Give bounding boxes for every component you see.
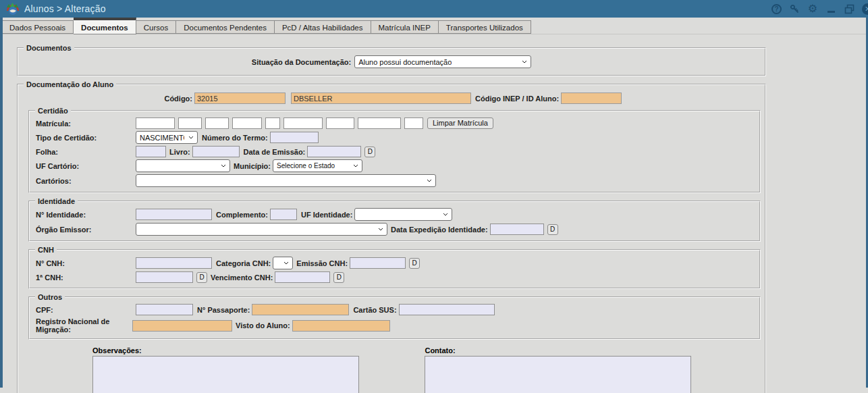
situacao-documentacao-label: Situação da Documentação:	[252, 58, 351, 66]
key-icon[interactable]	[789, 3, 800, 14]
passaporte-label: N° Passaporte:	[197, 306, 250, 314]
matricula-part-input[interactable]	[358, 117, 401, 129]
titlebar: Alunos > Alteração ? ⚙ ✕	[0, 0, 868, 18]
tab-transportes-utilizados[interactable]: Transportes Utilizados	[439, 20, 531, 34]
categoria-cnh-select[interactable]	[273, 257, 293, 269]
uf-identidade-label: UF Identidade:	[301, 211, 352, 219]
observacoes-block: Observações:	[92, 346, 359, 393]
nome-aluno-input[interactable]	[291, 93, 471, 104]
tabstrip: Dados Pessoais Documentos Cursos Documen…	[0, 18, 868, 34]
chevron-down-icon	[378, 228, 383, 231]
n-cnh-input[interactable]	[136, 257, 212, 269]
minimize-icon[interactable]	[825, 3, 836, 14]
municipio-label: Município:	[234, 162, 271, 170]
identidade-legend: Identidade	[35, 197, 78, 205]
matricula-part-input[interactable]	[265, 117, 280, 129]
folha-input[interactable]	[136, 146, 166, 157]
primeira-cnh-label: 1ª CNH:	[30, 273, 136, 282]
data-expedicao-calendar-button[interactable]: D	[547, 224, 558, 235]
titlebar-icons: ? ⚙ ✕	[771, 0, 868, 18]
chevron-down-icon	[353, 164, 358, 167]
uf-identidade-select[interactable]	[354, 208, 452, 221]
orgao-emissor-label: Órgão Emissor:	[30, 226, 136, 234]
vencimento-cnh-calendar-button[interactable]: D	[333, 272, 344, 283]
tab-documentos[interactable]: Documentos	[74, 18, 136, 34]
data-emissao-input[interactable]	[307, 146, 361, 157]
numero-termo-input[interactable]	[270, 132, 319, 143]
primeira-cnh-calendar-button[interactable]: D	[196, 272, 207, 283]
limpar-matricula-button[interactable]: Limpar Matrícula	[427, 117, 493, 129]
complemento-input[interactable]	[270, 209, 297, 220]
documentos-fieldset: Documentos Situação da Documentação: Alu…	[17, 44, 766, 76]
tipo-certidao-select[interactable]: NASCIMENTO	[136, 131, 198, 144]
outros-fieldset: Outros CPF: N° Passaporte: Cartão SUS: R…	[28, 293, 761, 340]
cnh-fieldset: CNH N° CNH: Categoria CNH: Emissão CNH: …	[28, 246, 761, 289]
help-icon[interactable]: ?	[771, 4, 782, 14]
identidade-fieldset: Identidade N° Identidade: Complemento: U…	[28, 197, 761, 242]
outros-legend: Outros	[35, 293, 65, 301]
tab-cursos[interactable]: Cursos	[136, 20, 176, 34]
codigo-inep-input[interactable]	[561, 93, 622, 104]
codigo-inep-label: Código INEP / ID Aluno:	[475, 95, 559, 103]
codigo-label: Código:	[18, 95, 192, 103]
categoria-cnh-label: Categoria CNH:	[216, 259, 271, 267]
matricula-part-input[interactable]	[283, 117, 323, 129]
emissao-cnh-label: Emissão CNH:	[296, 259, 348, 267]
uf-cartorio-label: UF Cartório:	[30, 162, 136, 170]
matricula-part-input[interactable]	[326, 117, 354, 129]
cpf-label: CPF:	[30, 306, 136, 314]
data-emissao-calendar-button[interactable]: D	[364, 147, 375, 157]
complemento-label: Complemento:	[216, 211, 268, 219]
tab-matricula-inep[interactable]: Matrícula INEP	[371, 20, 439, 34]
data-expedicao-label: Data Expedição Identidade:	[391, 226, 488, 234]
contato-label: Contato:	[425, 346, 691, 355]
primeira-cnh-input[interactable]	[136, 271, 193, 283]
chevron-down-icon	[221, 164, 226, 167]
visto-aluno-label: Visto do Aluno:	[236, 321, 290, 330]
vencimento-cnh-input[interactable]	[275, 271, 330, 283]
contato-textarea[interactable]	[425, 356, 691, 393]
municipio-select[interactable]: Selecione o Estado	[273, 159, 362, 172]
cpf-input[interactable]	[136, 304, 193, 315]
gear-icon[interactable]: ⚙	[807, 3, 818, 14]
situacao-documentacao-select[interactable]: Aluno possui documentação	[354, 55, 531, 68]
registro-nacional-label: Registro Nacional de Migração:	[30, 317, 132, 334]
tab-dados-pessoais[interactable]: Dados Pessoais	[1, 20, 74, 34]
emissao-cnh-calendar-button[interactable]: D	[409, 258, 420, 269]
close-icon[interactable]: ✕	[862, 3, 868, 15]
cnh-legend: CNH	[35, 246, 57, 254]
passaporte-input[interactable]	[252, 304, 349, 315]
uf-cartorio-select[interactable]	[136, 159, 230, 172]
data-expedicao-input[interactable]	[490, 224, 544, 235]
n-identidade-input[interactable]	[136, 209, 212, 220]
codigo-input[interactable]	[194, 93, 286, 104]
matricula-label: Matrícula:	[30, 120, 136, 128]
certidao-fieldset: Certidão Matrícula: Limpar Matrícula Tip…	[28, 107, 761, 193]
restore-icon[interactable]	[844, 3, 855, 14]
documentos-legend: Documentos	[24, 44, 74, 52]
matricula-part-input[interactable]	[136, 117, 175, 129]
chevron-down-icon	[188, 136, 194, 139]
cartorios-label: Cartórios:	[30, 177, 136, 185]
tab-pcd-altas-habilidades[interactable]: PcD / Altas Habilidades	[275, 20, 371, 34]
matricula-part-input[interactable]	[178, 117, 202, 129]
cartao-sus-input[interactable]	[399, 304, 495, 315]
cartorios-select[interactable]	[136, 174, 436, 187]
documentacao-aluno-legend: Documentação do Aluno	[24, 80, 116, 88]
livro-input[interactable]	[192, 146, 240, 157]
observacoes-textarea[interactable]	[92, 356, 359, 393]
chevron-down-icon	[522, 60, 527, 63]
numero-termo-label: Número do Termo:	[202, 134, 268, 142]
chevron-down-icon	[427, 179, 432, 182]
emissao-cnh-input[interactable]	[350, 257, 406, 269]
matricula-part-input[interactable]	[232, 117, 262, 129]
matricula-part-input[interactable]	[205, 117, 229, 129]
livro-label: Livro:	[169, 148, 190, 156]
registro-nacional-input[interactable]	[132, 320, 232, 332]
tab-documentos-pendentes[interactable]: Documentos Pendentes	[176, 20, 275, 34]
orgao-emissor-select[interactable]	[136, 223, 387, 236]
cartao-sus-label: Cartão SUS:	[353, 306, 396, 314]
matricula-part-input[interactable]	[404, 117, 423, 129]
chevron-down-icon	[443, 213, 448, 216]
visto-aluno-input[interactable]	[292, 320, 390, 332]
